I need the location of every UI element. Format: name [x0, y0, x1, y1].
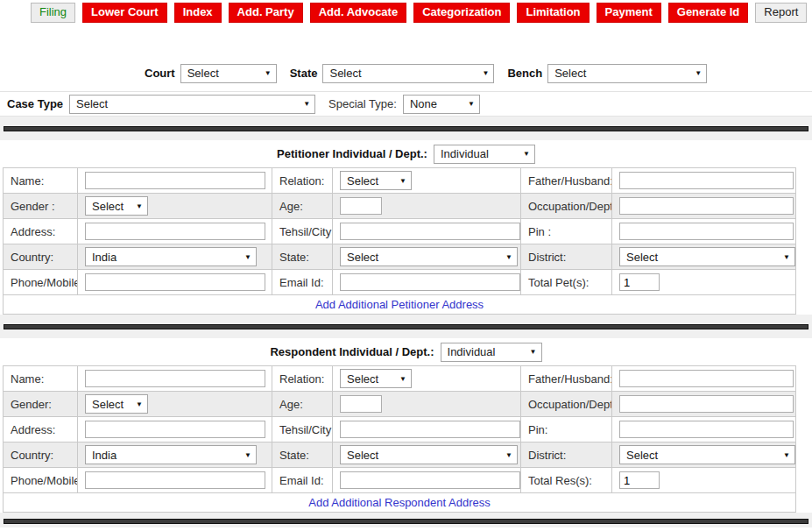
- petitioner-tehsil-city-input[interactable]: [340, 223, 520, 240]
- respondent-address-label: Address:: [4, 417, 78, 442]
- court-select[interactable]: Select ▼: [180, 64, 277, 83]
- chevron-down-icon: ▼: [783, 451, 790, 459]
- state-label: State: [290, 67, 318, 80]
- case-type-row: Case Type Select ▼ Special Type: None ▼: [0, 91, 812, 117]
- petitioner-name-label: Name:: [4, 168, 78, 194]
- tab-categorization[interactable]: Categorization: [413, 3, 510, 23]
- court-filter-row: Court Select ▼ State Select ▼ Bench Sele…: [0, 60, 812, 86]
- tab-payment[interactable]: Payment: [597, 3, 661, 23]
- chevron-down-icon: ▼: [136, 202, 143, 210]
- respondent-relation-select[interactable]: Select▼: [340, 369, 412, 388]
- form-row: Phone/Mobile: Email Id: Total Res(s):: [4, 468, 796, 493]
- select-value: Select: [347, 251, 378, 264]
- respondent-email-input[interactable]: [340, 471, 520, 489]
- petitioner-type-select-value: Individual: [441, 147, 489, 160]
- petitioner-country-select[interactable]: India▼: [85, 247, 257, 266]
- tab-lower-court[interactable]: Lower Court: [82, 3, 167, 23]
- special-type-select-value: None: [410, 97, 437, 110]
- respondent-pin-input[interactable]: [619, 421, 794, 438]
- respondent-name-input[interactable]: [85, 370, 265, 387]
- respondent-occupation-input[interactable]: [619, 395, 794, 413]
- chevron-down-icon: ▼: [303, 100, 310, 108]
- section-divider: [0, 315, 812, 338]
- petitioner-state-select[interactable]: Select▼: [340, 247, 518, 266]
- respondent-pin-label: Pin:: [521, 417, 612, 442]
- form-row: Country: India▼ State: Select▼ District:…: [4, 244, 796, 270]
- respondent-tehsil-city-label: Tehsil/City:: [272, 417, 333, 442]
- form-row: Phone/Mobile: Email Id: Total Pet(s):: [4, 270, 796, 295]
- form-row: Country: India▼ State: Select▼ District:…: [4, 442, 796, 468]
- petitioner-gender-label: Gender :: [4, 194, 78, 219]
- respondent-phone-input[interactable]: [85, 471, 265, 489]
- petitioner-type-select[interactable]: Individual ▼: [434, 145, 535, 164]
- select-value: India: [92, 449, 117, 462]
- tab-add-party[interactable]: Add. Party: [229, 3, 303, 23]
- petitioner-gender-select[interactable]: Select▼: [85, 196, 148, 216]
- petitioner-phone-label: Phone/Mobile:: [4, 270, 78, 295]
- petitioner-form-table: Name: Relation: Select▼ Father/Husband: …: [3, 167, 796, 315]
- respondent-total-input[interactable]: [619, 471, 660, 489]
- tab-limitation[interactable]: Limitation: [517, 3, 589, 23]
- select-value: Select: [92, 398, 124, 411]
- chevron-down-icon: ▼: [783, 253, 790, 261]
- respondent-name-label: Name:: [4, 366, 78, 392]
- petitioner-father-husband-input[interactable]: [619, 172, 794, 189]
- divider-bar: [4, 519, 808, 524]
- petitioner-add-address-row: Add Additional Petitioner Address: [4, 295, 796, 315]
- petitioner-age-input[interactable]: [340, 197, 382, 215]
- petitioner-age-label: Age:: [272, 194, 333, 219]
- special-type-select[interactable]: None ▼: [403, 95, 480, 114]
- select-value: Select: [347, 449, 378, 462]
- petitioner-address-input[interactable]: [85, 223, 265, 240]
- petitioner-relation-select[interactable]: Select▼: [340, 171, 412, 190]
- form-row: Gender: Select▼ Age: Occupation/Dept:: [4, 392, 796, 417]
- add-petitioner-address-link[interactable]: Add Additional Petitioner Address: [315, 298, 484, 311]
- respondent-type-select-value: Individual: [448, 345, 496, 358]
- divider-bar: [4, 324, 808, 329]
- petitioner-email-input[interactable]: [340, 273, 520, 291]
- petitioner-tehsil-city-label: Tehsil/City:: [272, 219, 333, 244]
- case-type-label: Case Type: [7, 97, 63, 110]
- form-row: Name: Relation: Select▼ Father/Husband:: [4, 366, 796, 392]
- respondent-state-select[interactable]: Select▼: [340, 445, 518, 464]
- respondent-state-label: State:: [272, 442, 333, 468]
- select-value: Select: [347, 372, 378, 386]
- petitioner-name-input[interactable]: [85, 172, 265, 189]
- petitioner-phone-input[interactable]: [85, 273, 265, 291]
- respondent-father-husband-input[interactable]: [619, 370, 794, 387]
- select-value: India: [92, 251, 117, 264]
- petitioner-relation-label: Relation:: [272, 168, 333, 194]
- chevron-down-icon: ▼: [265, 69, 272, 77]
- bench-label: Bench: [507, 67, 542, 80]
- state-select[interactable]: Select ▼: [322, 64, 494, 83]
- select-value: Select: [92, 200, 124, 213]
- respondent-age-input[interactable]: [340, 395, 382, 413]
- respondent-country-select[interactable]: India▼: [85, 445, 257, 464]
- respondent-district-select[interactable]: Select▼: [619, 445, 795, 464]
- tab-filing[interactable]: Filing: [31, 3, 75, 23]
- respondent-tehsil-city-input[interactable]: [340, 421, 520, 438]
- petitioner-country-label: Country:: [4, 244, 78, 270]
- tab-index[interactable]: Index: [174, 3, 222, 23]
- respondent-father-husband-label: Father/Husband:: [521, 366, 612, 392]
- respondent-age-label: Age:: [272, 392, 333, 417]
- chevron-down-icon: ▼: [136, 400, 143, 408]
- form-row: Address: Tehsil/City: Pin:: [4, 417, 796, 442]
- tab-generate-id[interactable]: Generate Id: [668, 3, 749, 23]
- petitioner-total-input[interactable]: [619, 273, 660, 291]
- bench-select[interactable]: Select ▼: [547, 64, 707, 83]
- tab-report[interactable]: Report: [755, 3, 807, 23]
- petitioner-occupation-input[interactable]: [619, 197, 794, 215]
- chevron-down-icon: ▼: [244, 451, 251, 459]
- respondent-gender-select[interactable]: Select▼: [85, 394, 148, 414]
- respondent-address-input[interactable]: [85, 421, 265, 438]
- bench-select-value: Select: [554, 67, 586, 80]
- form-row: Gender : Select▼ Age: Occupation/Dept:: [4, 194, 796, 219]
- petitioner-district-select[interactable]: Select▼: [619, 247, 795, 266]
- petitioner-pin-input[interactable]: [619, 223, 794, 240]
- add-respondent-address-link[interactable]: Add Additional Respondent Address: [308, 496, 490, 509]
- respondent-type-select[interactable]: Individual ▼: [441, 343, 542, 362]
- tab-add-advocate[interactable]: Add. Advocate: [310, 3, 407, 23]
- respondent-country-label: Country:: [4, 442, 78, 468]
- case-type-select[interactable]: Select ▼: [69, 95, 315, 114]
